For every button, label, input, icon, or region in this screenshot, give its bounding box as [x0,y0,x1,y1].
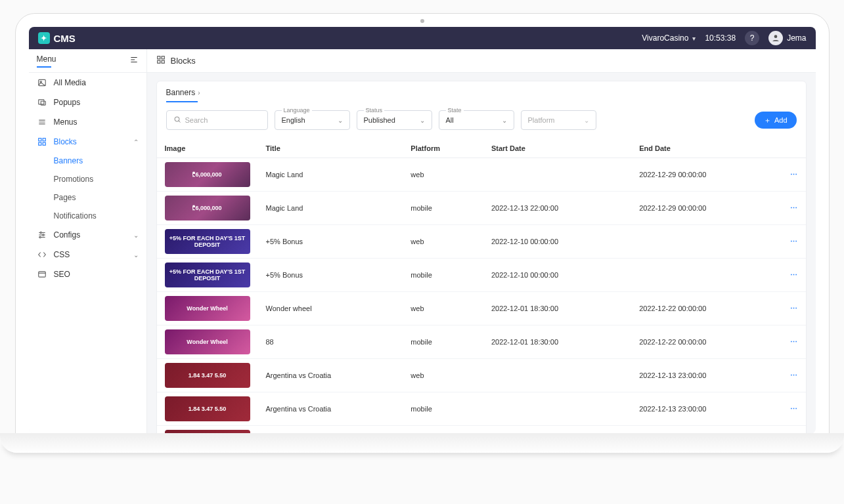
banner-thumbnail: Wonder Wheel [165,329,250,354]
sidebar-item-all-media[interactable]: All Media [29,73,146,93]
row-actions-icon[interactable]: ⋯ [790,238,798,245]
banner-thumbnail: 1.84 3.47 5.50 [165,396,250,421]
svg-point-16 [40,232,41,233]
cell-title: 88 [258,326,403,359]
sidebar-item-label: All Media [54,78,86,87]
status-select[interactable]: Status Published ⌄ [357,110,432,130]
grid-icon [156,55,166,66]
search-placeholder: Search [185,116,208,124]
sidebar-item-blocks[interactable]: Blocks ⌃ [29,132,146,152]
search-icon [173,116,181,125]
breadcrumb-item[interactable]: Banners [166,88,196,97]
table-row[interactable]: Wonder Wheel88mobile2022-12-01 18:30:002… [157,326,806,359]
svg-rect-25 [157,60,160,63]
sidebar-sub-label: Notifications [54,211,97,220]
table-row[interactable]: 1.84 3.47 5.50Argentina vs Croatiaweb202… [157,359,806,392]
svg-rect-14 [43,142,45,145]
sidebar-item-label: SEO [54,270,70,279]
table-row[interactable]: Wonder WheelWonder wheelweb2022-12-01 18… [157,292,806,326]
sidebar-item-popups[interactable]: Popups [29,93,146,112]
sidebar-item-label: Menus [54,117,78,127]
col-header-title[interactable]: Title [258,139,403,158]
sidebar-item-seo[interactable]: SEO [29,264,146,284]
popup-icon [37,97,47,108]
row-actions-icon[interactable]: ⋯ [790,204,798,212]
row-actions-icon[interactable]: ⋯ [790,271,798,279]
table-row[interactable]: +5% FOR EACH DAY'S 1ST DEPOSIT+5% Bonusw… [157,225,806,259]
cell-end-date [631,225,779,259]
sidebar: Menu All Media [29,49,147,434]
row-actions-icon[interactable]: ⋯ [790,304,798,312]
platform-select[interactable]: Platform ⌄ [521,110,596,130]
cell-end-date [631,259,779,292]
user-menu[interactable]: Jema [768,31,806,45]
chevron-down-icon: ⌄ [502,117,507,124]
row-actions-icon[interactable]: ⋯ [790,171,798,178]
language-value: English [282,116,305,124]
workspace-selector[interactable]: VivaroCasino ▾ [642,33,696,43]
col-header-start[interactable]: Start Date [483,139,631,158]
camera-dot [420,19,424,23]
sidebar-sub-notifications[interactable]: Notifications [29,207,146,225]
cell-title: Magic Land [258,158,403,192]
col-header-end[interactable]: End Date [631,139,779,158]
banner-thumbnail: +5% FOR EACH DAY'S 1ST DEPOSIT [165,262,250,287]
table-row[interactable]: ₾6,000,000Magic Landweb2022-12-29 00:00:… [157,158,806,192]
cell-platform: web [403,292,483,326]
col-header-platform[interactable]: Platform [403,139,483,158]
state-select[interactable]: State All ⌄ [439,110,514,130]
sidebar-sub-promotions[interactable]: Promotions [29,170,146,188]
sidebar-item-css[interactable]: CSS ⌄ [29,245,146,264]
sidebar-item-label: Configs [54,230,81,240]
plus-icon: ＋ [764,116,771,125]
avatar-icon [768,31,783,45]
table-row[interactable]: +5% FOR EACH DAY'S 1ST DEPOSIT+5% Bonusm… [157,259,806,292]
sidebar-sub-pages[interactable]: Pages [29,188,146,207]
svg-rect-12 [43,138,45,141]
svg-rect-24 [162,56,164,59]
svg-line-28 [179,121,181,123]
cell-end-date: 2022-12-29 00:00:00 [631,158,779,192]
table-row[interactable]: 1.84 3.47 5.50Argentina vs Croatiamobile… [157,392,806,426]
cell-end-date: 2022-12-13 23:00:00 [631,359,779,392]
svg-point-0 [774,35,778,38]
chevron-right-icon: › [198,89,200,96]
banner-thumbnail: ₾6,000,000 [165,162,250,187]
cell-start-date [483,359,631,392]
row-actions-icon[interactable]: ⋯ [790,371,798,379]
add-button[interactable]: ＋ Add [755,112,797,129]
help-icon[interactable]: ? [745,31,759,45]
seo-icon [37,269,47,280]
topbar: ✦ CMS VivaroCasino ▾ 10:53:38 ? Jema [29,27,816,49]
language-select[interactable]: Language English ⌄ [275,110,350,130]
sidebar-item-menus[interactable]: Menus [29,112,146,132]
table-row[interactable]: ₾6,000,000Magic Landmobile2022-12-13 22:… [157,192,806,225]
clock: 10:53:38 [705,33,736,43]
page-header: Blocks [147,49,816,73]
svg-point-18 [42,234,43,236]
brand-label: CMS [54,33,76,44]
breadcrumb: Banners › [157,81,806,102]
row-actions-icon[interactable]: ⋯ [790,338,798,346]
page-title: Blocks [171,56,196,66]
cell-title: Argentina vs Croatia [258,359,403,392]
cell-start-date: 2022-12-10 00:00:00 [483,259,631,292]
sidebar-item-configs[interactable]: Configs ⌄ [29,225,146,245]
cell-end-date: 2022-12-22 00:00:00 [631,326,779,359]
cell-platform: web [403,158,483,192]
chevron-down-icon: ⌄ [584,117,589,124]
cell-end-date: 2022-12-29 00:00:00 [631,192,779,225]
col-header-image[interactable]: Image [157,139,258,158]
row-actions-icon[interactable]: ⋯ [790,405,798,413]
cell-title: Magic Land [258,192,403,225]
filters-row: Search Language English ⌄ Status Publish… [157,102,806,139]
chevron-down-icon: ⌄ [420,117,425,124]
brand-icon: ✦ [38,32,50,44]
add-button-label: Add [774,116,788,124]
chevron-down-icon: ▾ [692,35,696,42]
menu-icon [37,117,47,127]
chevron-down-icon: ⌄ [133,251,139,259]
sidebar-collapse-icon[interactable] [129,55,139,66]
search-input[interactable]: Search [166,110,268,130]
sidebar-sub-banners[interactable]: Banners [29,152,146,170]
